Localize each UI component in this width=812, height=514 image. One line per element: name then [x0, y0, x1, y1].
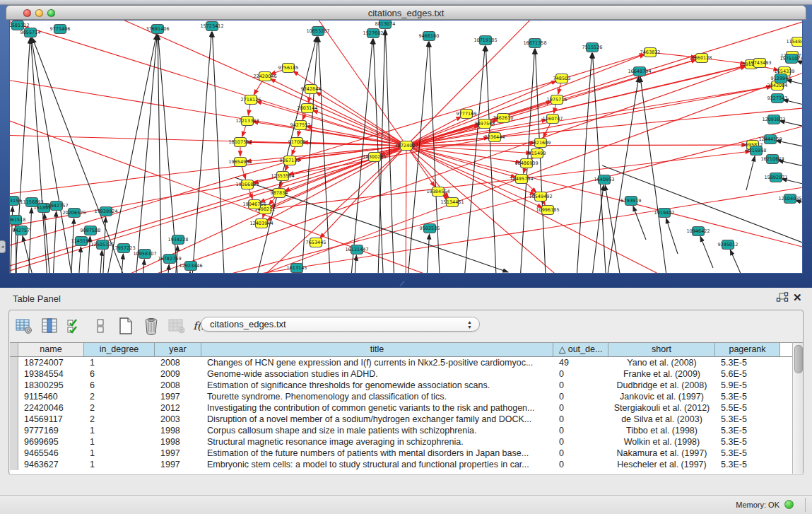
cell-name[interactable]: 9777169 [18, 425, 84, 436]
cell-name[interactable]: 18724007 [18, 357, 84, 368]
graph-edge[interactable] [77, 247, 81, 273]
graph-edge[interactable] [52, 211, 57, 273]
cell-title[interactable]: Tourette syndrome. Phenomenology and cla… [201, 391, 553, 402]
graph-edge[interactable] [212, 32, 225, 273]
cell-indegree[interactable]: 1 [84, 436, 155, 448]
cell-outde[interactable]: 0 [553, 402, 608, 414]
cell-outde[interactable]: 0 [553, 391, 608, 402]
cell-title[interactable]: Estimation of the future numbers of pati… [201, 448, 553, 459]
graph-edge[interactable] [778, 160, 802, 172]
cell-name[interactable]: 9465546 [18, 448, 84, 459]
table-row[interactable]: 1456911722003Disruption of a novel membe… [10, 414, 802, 425]
splitter-grip-icon[interactable]: ⟋ [400, 282, 410, 286]
graph-edge[interactable] [406, 146, 406, 273]
cell-year[interactable]: 2003 [155, 414, 201, 425]
graph-edge[interactable] [134, 35, 157, 273]
cell-indegree[interactable]: 6 [84, 380, 155, 391]
cell-year[interactable]: 2008 [155, 357, 201, 368]
graph-edge[interactable] [406, 146, 589, 273]
graph-edge[interactable] [782, 179, 802, 190]
cell-year[interactable]: 2012 [155, 402, 201, 414]
select-columns-icon[interactable] [66, 317, 84, 335]
network-canvas[interactable]: 1872400722420046924284428031449427552917… [9, 20, 803, 274]
cell-indegree[interactable]: 2 [84, 391, 155, 402]
cell-outde[interactable]: 0 [553, 368, 608, 380]
cell-indegree[interactable]: 2 [84, 414, 155, 425]
cell-pagerank[interactable]: 5.5E-5 [715, 402, 780, 414]
cell-title[interactable]: Embryonic stem cells: a model to study s… [201, 459, 553, 470]
cell-pagerank[interactable]: 5.3E-5 [715, 391, 780, 402]
cell-name[interactable]: 19384554 [18, 368, 84, 380]
cell-short[interactable]: Hescheler et al. (1997) [608, 459, 715, 470]
table-row[interactable]: 946362711997Embryonic stem cells: a mode… [10, 459, 802, 470]
graph-edge[interactable] [607, 77, 639, 273]
graph-edge[interactable] [700, 236, 713, 268]
cell-title[interactable]: Structural magnetic resonance image aver… [201, 436, 553, 448]
network-window-titlebar[interactable]: citations_edges.txt [6, 5, 806, 20]
network-window[interactable]: citations_edges.txt 18724007224200469242… [6, 5, 806, 281]
column-header-year[interactable]: year [155, 343, 201, 356]
cell-short[interactable]: Wolkin et al. (1998) [608, 436, 715, 448]
cell-pagerank[interactable]: 5.3E-5 [715, 425, 780, 436]
column-header-title[interactable]: title [201, 343, 553, 356]
graph-edge[interactable] [406, 146, 802, 254]
column-header-name[interactable]: name [18, 343, 84, 356]
graph-edge[interactable] [787, 80, 802, 91]
cell-title[interactable]: Investigating the contribution of common… [201, 402, 553, 414]
cell-outde[interactable]: 49 [553, 357, 608, 368]
cell-indegree[interactable]: 1 [84, 459, 155, 470]
graph-edge[interactable] [102, 35, 156, 273]
graph-edge[interactable] [406, 64, 754, 146]
cell-year[interactable]: 1998 [155, 425, 201, 436]
cell-pagerank[interactable]: 5.9E-5 [715, 380, 780, 391]
graph-edge[interactable] [23, 236, 40, 273]
graph-edge[interactable] [45, 214, 52, 273]
graph-edge[interactable] [406, 146, 531, 153]
cell-name[interactable]: 22420046 [18, 402, 84, 414]
cell-pagerank[interactable]: 5.3E-5 [715, 436, 780, 448]
cell-year[interactable]: 2009 [155, 368, 201, 380]
graph-edge[interactable] [779, 121, 802, 132]
cell-outde[interactable]: 0 [553, 436, 608, 448]
delete-trash-icon[interactable] [142, 317, 160, 335]
table-row[interactable]: 969969511998Structural magnetic resonanc… [10, 436, 802, 448]
table-settings-icon[interactable] [15, 317, 33, 335]
column-header-outde[interactable]: △ out_de... [553, 343, 608, 356]
graph-edge[interactable] [429, 42, 441, 273]
cell-title[interactable]: Genome-wide association studies in ADHD. [201, 368, 553, 380]
graph-edge[interactable] [165, 264, 169, 273]
cell-outde[interactable]: 0 [553, 380, 608, 391]
cell-indegree[interactable]: 6 [84, 368, 155, 380]
cell-name[interactable]: 9115460 [18, 391, 84, 402]
cell-outde[interactable]: 0 [553, 448, 608, 459]
cell-title[interactable]: Disruption of a novel member of a sodium… [201, 414, 553, 425]
graph-edge[interactable] [486, 46, 498, 273]
graph-edge[interactable] [575, 53, 592, 273]
cell-pagerank[interactable]: 5.3E-5 [715, 448, 780, 459]
graph-edge[interactable] [316, 92, 406, 146]
cell-short[interactable]: Jankovic et al. (1997) [608, 391, 715, 402]
cell-short[interactable]: Nakamura et al. (1997) [608, 448, 715, 459]
cell-year[interactable]: 2008 [155, 380, 201, 391]
table-row[interactable]: 2242004622012Investigating the contribut… [10, 402, 802, 414]
show-column-icon[interactable] [40, 317, 59, 335]
cell-pagerank[interactable]: 5.3E-5 [715, 414, 780, 425]
splitter-collapse-handle[interactable]: ◂ [0, 240, 6, 253]
cell-outde[interactable]: 0 [553, 459, 608, 470]
graph-edge[interactable] [666, 218, 678, 254]
cell-year[interactable]: 1997 [155, 448, 201, 459]
cell-pagerank[interactable]: 5.6E-5 [715, 368, 780, 380]
graph-edge[interactable] [633, 206, 646, 240]
cell-year[interactable]: 1997 [155, 391, 201, 402]
cell-short[interactable]: Franke et al. (2009) [608, 368, 715, 380]
cell-name[interactable]: 18300295 [18, 380, 84, 391]
graph-edge[interactable] [265, 151, 751, 209]
table-scrollbar-thumb[interactable] [794, 345, 803, 373]
cell-year[interactable]: 1998 [155, 436, 201, 448]
graph-edge[interactable] [592, 53, 607, 273]
table-row[interactable]: 977716911998Corpus callosum shape and si… [10, 425, 802, 436]
table-select-dropdown[interactable]: citations_edges.txt ▲▼ [201, 317, 480, 332]
graph-edge[interactable] [730, 250, 741, 273]
cell-title[interactable]: Changes of HCN gene expression and I(f) … [201, 357, 553, 368]
column-header-short[interactable]: short [608, 343, 715, 356]
